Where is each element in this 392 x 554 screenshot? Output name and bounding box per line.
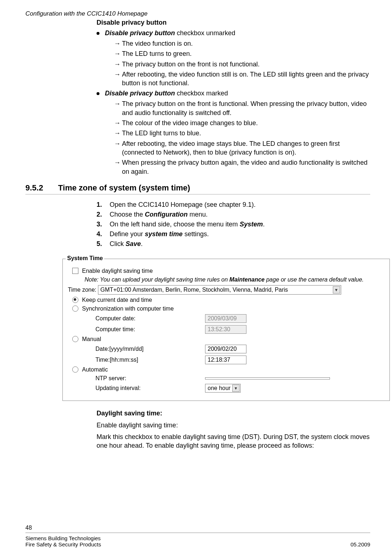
step-text: On the left hand side, choose the menu i…: [110, 221, 240, 228]
section-number: 9.5.2: [25, 183, 58, 193]
update-interval-select[interactable]: one hour ▼: [205, 384, 241, 393]
arrow-item: →When pressing the privacy button again,…: [114, 158, 370, 176]
dst-sub: Enable daylight saving time:: [97, 421, 370, 430]
footer-line2-left: Fire Safety & Security Products: [25, 541, 101, 547]
bullet-marked-em: Disable privacy button: [105, 90, 175, 97]
manual-date-row: Date:[yyyy/mm/dd] 2009/02/20: [95, 345, 385, 353]
dst-checkbox[interactable]: [72, 268, 78, 274]
arrow-icon: →: [114, 49, 122, 58]
step-em: System: [240, 221, 263, 228]
disc-icon: [97, 32, 99, 35]
step-text: menu.: [188, 211, 208, 218]
step-num: 2.: [97, 211, 110, 218]
computer-time-row: Computer time: 13:52:30: [95, 325, 385, 334]
computer-time-label: Computer time:: [95, 326, 205, 333]
arrow-text: The colour of the video image changes to…: [122, 119, 258, 127]
disc-icon: [97, 92, 99, 95]
manual-date-input[interactable]: 2009/02/20: [205, 345, 246, 353]
dst-desc: Mark this checkbox to enable daylight sa…: [97, 432, 370, 450]
radio-auto-row: Automatic: [72, 366, 385, 373]
dst-note-b: Maintenance: [229, 276, 265, 283]
dst-note: Note: You can upload your daylight savin…: [85, 276, 385, 283]
step-text: Open the CCIC1410 Homepage (see chapter …: [110, 201, 256, 208]
timezone-label: Time zone:: [68, 287, 97, 293]
step-num: 5.: [97, 240, 110, 248]
dst-row: Enable daylight saving time: [72, 268, 385, 274]
step-1: 1.Open the CCIC1410 Homepage (see chapte…: [97, 201, 370, 209]
step-em: system time: [145, 230, 183, 238]
chevron-down-icon[interactable]: ▼: [232, 385, 240, 392]
arrow-icon: →: [114, 60, 122, 69]
bullet-unmarked-em: Disable privacy button: [105, 29, 175, 37]
arrow-item: →The privacy button on the front is not …: [114, 60, 370, 69]
radio-keep-current[interactable]: [72, 297, 78, 303]
computer-time-value: 13:52:30: [205, 325, 246, 334]
manual-time-label: Time:[hh:mm:ss]: [95, 357, 205, 363]
radio-manual-row: Manual: [72, 336, 385, 342]
step-text: settings.: [183, 230, 209, 238]
page-footer: 48 Siemens Building Technologies Fire Sa…: [25, 525, 370, 547]
step-text: Define your: [110, 230, 145, 238]
step-text: Click: [110, 240, 126, 247]
step-text: .: [141, 240, 143, 247]
dst-heading: Daylight saving time:: [97, 410, 370, 417]
arrow-icon: →: [114, 129, 122, 138]
ntp-label: NTP server:: [95, 375, 205, 382]
bullet-unmarked-rest: checkbox unmarked: [175, 29, 235, 37]
step-4: 4.Define your system time settings.: [97, 230, 370, 238]
arrow-item: →The LED turns to green.: [114, 49, 370, 58]
bullet-unmarked: Disable privacy button checkbox unmarked: [97, 29, 370, 37]
step-5: 5.Click Save.: [97, 240, 370, 248]
footer-rule: [25, 533, 370, 533]
step-num: 3.: [97, 221, 110, 228]
radio-manual[interactable]: [72, 336, 78, 342]
bullet-marked-rest: checkbox marked: [175, 90, 228, 97]
computer-date-value: 2009/03/09: [205, 314, 246, 323]
step-em: Save: [126, 240, 141, 247]
bullet-marked: Disable privacy button checkbox marked: [97, 90, 370, 97]
arrow-text: The LED turns to green.: [122, 50, 192, 57]
arrow-text: The video function is on.: [122, 40, 193, 47]
radio-keep-label: Keep current date and time: [82, 297, 152, 303]
radio-sync-computer[interactable]: [72, 305, 78, 312]
arrow-text: After rebooting, the video function stil…: [122, 71, 369, 87]
arrow-icon: →: [114, 139, 122, 148]
section-rule: [25, 194, 370, 194]
arrow-item: →After rebooting, the video function sti…: [114, 70, 370, 88]
footer-line1: Siemens Building Technologies: [25, 535, 101, 541]
computer-date-label: Computer date:: [95, 315, 205, 322]
step-num: 1.: [97, 201, 110, 209]
arrow-item: →After rebooting, the video image stays …: [114, 139, 370, 157]
arrow-text: When pressing the privacy button again, …: [122, 159, 367, 175]
footer-line2-right: 05.2009: [351, 541, 370, 547]
manual-time-row: Time:[hh:mm:ss] 12:18:37: [95, 356, 385, 364]
timezone-row: Time zone: GMT+01:00 Amsterdam, Berlin, …: [68, 285, 385, 295]
manual-date-label: Date:[yyyy/mm/dd]: [95, 346, 205, 352]
update-interval-label: Updating interval:: [95, 385, 205, 391]
chevron-down-icon[interactable]: ▼: [333, 286, 340, 294]
section-title: Time zone of system (system time): [58, 183, 190, 193]
update-interval-value: one hour: [208, 385, 230, 391]
radio-sync-label: Synchronization with computer time: [82, 305, 174, 312]
step-2: 2.Choose the Configuration menu.: [97, 211, 370, 218]
manual-time-input[interactable]: 12:18:37: [205, 356, 246, 364]
system-time-panel: System Time Enable daylight saving time …: [62, 259, 390, 401]
step-num: 4.: [97, 230, 110, 238]
update-interval-row: Updating interval: one hour ▼: [95, 384, 385, 393]
timezone-select[interactable]: GMT+01:00 Amsterdam, Berlin, Rome, Stock…: [98, 285, 341, 295]
page-number: 48: [25, 525, 370, 531]
radio-automatic[interactable]: [72, 366, 78, 373]
panel-legend: System Time: [66, 255, 104, 262]
arrow-text: The privacy button on the front is funct…: [122, 100, 367, 116]
radio-sync-row: Synchronization with computer time: [72, 305, 385, 312]
arrow-item: →The privacy button on the front is func…: [114, 99, 370, 117]
arrow-icon: →: [114, 70, 122, 79]
arrow-icon: →: [114, 99, 122, 108]
ntp-input[interactable]: [205, 377, 330, 379]
dst-note-pre: Note: You can upload your daylight savin…: [85, 276, 229, 283]
arrow-icon: →: [114, 39, 122, 48]
step-text: .: [263, 221, 265, 228]
radio-keep-row: Keep current date and time: [72, 297, 385, 303]
arrow-text: After rebooting, the video image stays b…: [122, 140, 340, 156]
radio-manual-label: Manual: [82, 336, 101, 342]
